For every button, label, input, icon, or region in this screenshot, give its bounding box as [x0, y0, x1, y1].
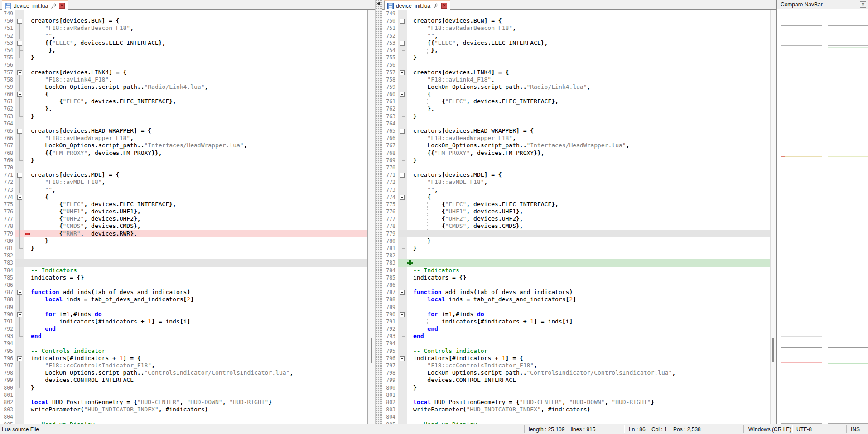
code-line[interactable]: 786 — [382, 281, 770, 289]
code-line[interactable]: 803writeParameter("HUD_INDICATOR_INDEX",… — [0, 406, 367, 413]
code-line[interactable]: 800} — [382, 384, 770, 391]
code-line[interactable]: 791 indicators[#indicators + 1] = inds[i… — [0, 318, 367, 325]
fold-toggle-icon[interactable] — [17, 70, 22, 75]
code-line[interactable]: 749 — [382, 10, 770, 17]
code-line[interactable]: 768 {{"FM_PROXY", devices.FM_PROXY}}, — [0, 149, 367, 157]
code-line[interactable]: 761 {"ELEC", devices.ELEC_INTERFACE}, — [0, 98, 367, 105]
code-line[interactable]: 762 }, — [382, 105, 770, 112]
code-line[interactable]: 766 "F18::avHeadWrapper_F18", — [382, 135, 770, 142]
fold-toggle-icon[interactable] — [17, 41, 22, 46]
code-line[interactable]: 772 "F18::avMDL_F18", — [0, 178, 367, 186]
code-line[interactable]: 765creators[devices.HEAD_WRAPPER] = { — [0, 127, 367, 135]
code-line[interactable]: 796indicators[#indicators + 1] = { — [382, 355, 770, 362]
code-line[interactable]: 756 — [382, 61, 770, 68]
fold-toggle-icon[interactable] — [17, 312, 22, 317]
code-line[interactable]: 775 {"ELEC", devices.ELEC_INTERFACE}, — [382, 201, 770, 208]
code-line[interactable]: 786 — [0, 281, 367, 289]
navbar-close-icon[interactable]: ✕ — [860, 1, 866, 8]
code-line[interactable]: 801 — [0, 391, 367, 399]
code-line[interactable]: 761 {"ELEC", devices.ELEC_INTERFACE}, — [382, 98, 770, 105]
code-line[interactable]: 772 "F18::avMDL_F18", — [382, 178, 770, 186]
fold-toggle-icon[interactable] — [400, 312, 405, 317]
code-line[interactable]: 797 "F18::ccControlsIndicator_F18", — [382, 362, 770, 369]
fold-toggle-icon[interactable] — [17, 173, 22, 178]
tab-close-icon[interactable]: ✕ — [59, 3, 65, 9]
code-line[interactable]: 760 { — [0, 91, 367, 98]
code-line[interactable]: 765creators[devices.HEAD_WRAPPER] = { — [382, 127, 770, 135]
fold-toggle-icon[interactable] — [400, 173, 405, 178]
code-line[interactable]: 770 — [382, 164, 770, 171]
fold-toggle-icon[interactable] — [17, 19, 22, 24]
code-line[interactable]: 764 — [382, 120, 770, 127]
code-line[interactable]: 795-- Controls indicator — [0, 347, 367, 355]
code-line[interactable]: 759 LockOn_Options.script_path.."Radio/L… — [382, 83, 770, 91]
code-line[interactable]: 799 devices.CONTROL_INTERFACE — [382, 376, 770, 384]
code-line[interactable]: 785indicators = {} — [382, 274, 770, 281]
navbar-strip-left[interactable] — [781, 25, 822, 424]
code-line[interactable]: 793end — [0, 333, 367, 340]
code-line[interactable]: 757creators[devices.LINK4] = { — [382, 69, 770, 76]
code-line[interactable]: 790 for i=1,#inds do — [382, 311, 770, 318]
code-line[interactable]: 767 LockOn_Options.script_path.."Interfa… — [382, 142, 770, 149]
code-line[interactable]: 798 LockOn_Options.script_path.."Control… — [0, 369, 367, 376]
code-line[interactable]: 792 end — [0, 325, 367, 333]
code-line[interactable]: 787function add_inds(tab_of_devs_and_ind… — [0, 289, 367, 296]
code-line[interactable]: 801 — [382, 391, 770, 399]
fold-toggle-icon[interactable] — [17, 195, 22, 200]
code-line[interactable]: 752 "", — [382, 32, 770, 39]
code-line[interactable]: 762 }, — [0, 105, 367, 112]
code-line[interactable]: 749 — [0, 10, 367, 17]
code-line[interactable]: 790 for i=1,#inds do — [0, 311, 367, 318]
code-line[interactable]: 795-- Controls indicator — [382, 347, 770, 355]
fold-toggle-icon[interactable] — [400, 356, 405, 361]
code-line[interactable]: 777 {"UHF2", devices.UHF2}, — [382, 215, 770, 222]
code-line[interactable]: 781} — [0, 245, 367, 252]
tab-device-init-right[interactable]: device_init.lua ✕ — [384, 0, 450, 10]
splitter-collapse-icon[interactable] — [377, 1, 380, 6]
code-line[interactable]: 773 "", — [0, 186, 367, 193]
code-line[interactable]: 753 {{"ELEC", devices.ELEC_INTERFACE}, — [382, 39, 770, 47]
code-line[interactable]: 774 { — [0, 193, 367, 201]
code-line[interactable]: 758 "F18::avLink4_F18", — [382, 76, 770, 83]
fold-toggle-icon[interactable] — [17, 129, 22, 134]
code-line[interactable]: 784-- Indicators — [0, 267, 367, 274]
code-line[interactable]: 758 "F18::avLink4_F18", — [0, 76, 367, 83]
pin-icon[interactable] — [50, 3, 57, 9]
code-line[interactable]: 781} — [382, 245, 770, 252]
code-line[interactable]: 763} — [382, 113, 770, 120]
code-line[interactable]: 805-- Head-up Display — [0, 421, 367, 424]
tab-close-icon[interactable]: ✕ — [441, 3, 447, 9]
pin-icon[interactable] — [433, 3, 439, 9]
code-line[interactable]: 750creators[devices.BCN] = { — [0, 17, 367, 24]
tab-device-init-left[interactable]: device_init.lua ✕ — [2, 0, 68, 10]
vertical-scrollbar-left[interactable] — [368, 10, 375, 424]
code-line[interactable]: 803writeParameter("HUD_INDICATOR_INDEX",… — [382, 406, 770, 413]
fold-toggle-icon[interactable] — [17, 356, 22, 361]
code-line[interactable]: 782 — [382, 252, 770, 259]
code-line[interactable]: 750creators[devices.BCN] = { — [382, 17, 770, 24]
code-line[interactable]: 753 {{"ELEC", devices.ELEC_INTERFACE}, — [0, 39, 367, 47]
code-line[interactable]: 775 {"ELEC", devices.ELEC_INTERFACE}, — [0, 201, 367, 208]
code-line[interactable]: 773 "", — [382, 186, 770, 193]
code-line[interactable]: 756 — [0, 61, 367, 68]
code-line[interactable]: 794 — [382, 340, 770, 347]
code-line[interactable]: 789 — [382, 304, 770, 311]
code-line[interactable]: 779 — [382, 230, 770, 237]
scrollbar-thumb[interactable] — [772, 338, 774, 362]
code-line[interactable]: 799 devices.CONTROL_INTERFACE — [0, 376, 367, 384]
code-line[interactable]: 778 {"CMDS", devices.CMDS}, — [382, 222, 770, 230]
code-line[interactable]: 805-- Head-up Display — [382, 421, 770, 424]
code-line[interactable]: 800} — [0, 384, 367, 391]
fold-toggle-icon[interactable] — [400, 92, 405, 97]
fold-toggle-icon[interactable] — [400, 41, 405, 46]
view-splitter[interactable] — [375, 0, 382, 424]
code-line[interactable]: 796indicators[#indicators + 1] = { — [0, 355, 367, 362]
code-line[interactable]: 784-- Indicators — [382, 267, 770, 274]
code-line[interactable]: 769} — [0, 157, 367, 164]
code-line[interactable]: 759 LockOn_Options.script_path.."Radio/L… — [0, 83, 367, 91]
code-line[interactable]: 754 }, — [382, 47, 770, 54]
code-line[interactable]: 780 } — [382, 237, 770, 245]
fold-toggle-icon[interactable] — [400, 195, 405, 200]
fold-toggle-icon[interactable] — [400, 70, 405, 75]
code-line[interactable]: 804 — [0, 413, 367, 420]
